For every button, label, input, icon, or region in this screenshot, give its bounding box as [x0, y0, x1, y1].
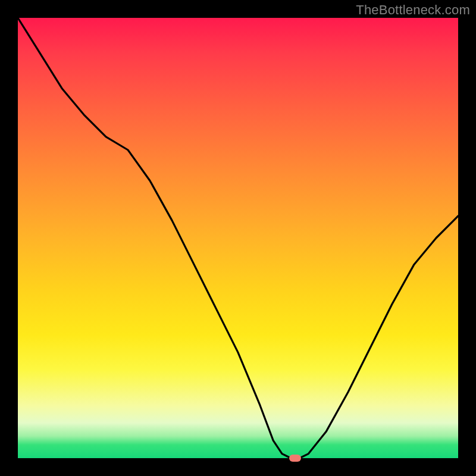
- watermark-text: TheBottleneck.com: [356, 2, 470, 18]
- curve-path: [18, 18, 458, 458]
- bottleneck-curve: [18, 18, 458, 458]
- optimum-marker: [289, 455, 301, 462]
- chart-frame: TheBottleneck.com: [0, 0, 476, 476]
- plot-area: [18, 18, 458, 458]
